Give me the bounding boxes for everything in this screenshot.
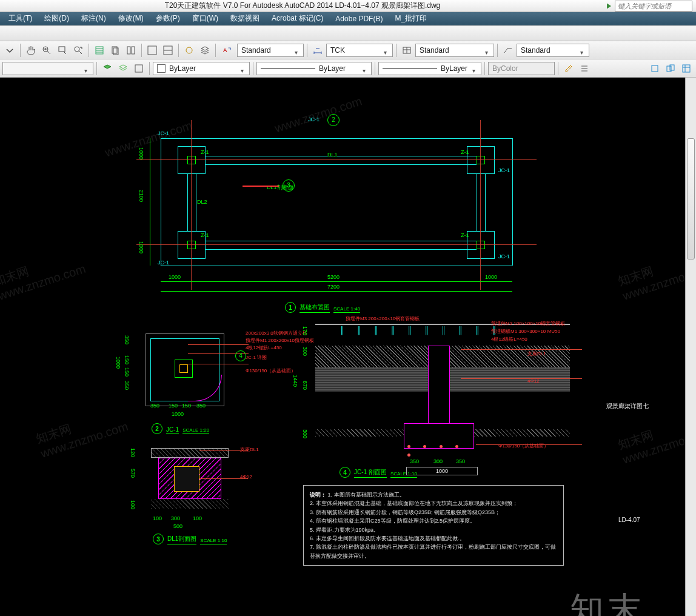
- layer-state-icon[interactable]: [116, 61, 130, 76]
- dim: 120: [130, 448, 136, 457]
- tablestyle-icon[interactable]: [400, 43, 414, 58]
- menu-window[interactable]: 窗口(W): [187, 12, 223, 25]
- chevron-down-icon: [241, 66, 246, 71]
- menu-param[interactable]: 参数(P): [151, 12, 185, 25]
- note: 支座DL1: [527, 350, 546, 357]
- layers-icon[interactable]: [198, 43, 212, 58]
- view-scale: SCALE 1:10: [390, 471, 417, 478]
- label-jc1: JC-1: [158, 130, 169, 136]
- search-input[interactable]: [615, 1, 692, 12]
- view-name: JC-1: [166, 426, 179, 434]
- zoom-realtime-icon[interactable]: [39, 43, 54, 58]
- svg-text:A: A: [223, 47, 227, 53]
- layer-iso-icon[interactable]: [132, 61, 146, 76]
- menu-modify[interactable]: 修改(M): [113, 12, 149, 25]
- search-box-wrap: [605, 1, 696, 12]
- dim: 300: [171, 515, 180, 521]
- dim: 350: [124, 335, 130, 344]
- menu-dimension[interactable]: 标注(N): [76, 12, 111, 25]
- render-icon[interactable]: [182, 43, 196, 58]
- dim: 350: [196, 403, 206, 409]
- column-Z1: [477, 241, 485, 249]
- menu-batchplot[interactable]: M_批打印: [390, 12, 432, 25]
- axis: [480, 120, 481, 290]
- menu-bar: 工具(T) 绘图(D) 标注(N) 修改(M) 参数(P) 窗口(W) 数据视图…: [0, 12, 696, 25]
- drawing-canvas[interactable]: 知末网www.znzmo.com 知末网www.znzmo.com www.zn…: [0, 78, 685, 616]
- zoom-window-icon[interactable]: [55, 43, 70, 58]
- linetype-preview: [261, 68, 315, 69]
- workspace-dropdown[interactable]: [2, 62, 93, 75]
- textstyle-icon[interactable]: A: [219, 43, 236, 58]
- menu-adobepdf[interactable]: Adobe PDF(B): [330, 13, 387, 24]
- column-Z1: [187, 241, 196, 249]
- note-line: 3. 所有钢筋应采用通长钢筋分段，钢筋等级Q235B; 钢筋屈服强度等级Q235…: [310, 509, 500, 515]
- toggle-A-icon[interactable]: [145, 43, 159, 58]
- mleaderstyle-icon[interactable]: [501, 43, 515, 58]
- toolbar-styles: A Standard TCK Standard Standard: [0, 41, 696, 59]
- dimstyle-icon[interactable]: [310, 43, 325, 58]
- color-swatch: [157, 64, 166, 73]
- edit-icon[interactable]: [561, 61, 576, 76]
- lineweight-dropdown[interactable]: ByLayer: [378, 62, 481, 75]
- toggle-B-icon[interactable]: [161, 43, 175, 58]
- dim: 350: [410, 458, 419, 464]
- note: JC-1 详图: [246, 354, 267, 361]
- side-caption: 观景廊架详图七: [606, 402, 649, 410]
- pan-icon[interactable]: [24, 43, 38, 58]
- dim: 7200: [327, 284, 340, 290]
- drawing-canvas-wrap: 知末网www.znzmo.com 知末网www.znzmo.com www.zn…: [0, 78, 696, 616]
- plan-outline: [161, 266, 512, 266]
- section-mark: 3: [243, 182, 289, 190]
- plotstyle-value: ByColor: [492, 64, 518, 73]
- sheet-number: LD-4.07: [618, 517, 640, 523]
- svg-point-2: [75, 47, 79, 52]
- dim: 1440: [292, 375, 298, 387]
- menu-acrobat[interactable]: Acrobat 标记(C): [267, 12, 328, 25]
- chevron-down-icon: [295, 48, 299, 53]
- menu-draw[interactable]: 绘图(D): [39, 12, 74, 25]
- dim: 5200: [327, 274, 340, 280]
- scroll-thumb[interactable]: [687, 138, 695, 259]
- dim: 1000: [169, 274, 181, 280]
- dim: 300: [302, 347, 308, 356]
- insert-icon[interactable]: [663, 61, 678, 76]
- note: 预埋件M2 100×100×10钢套管钢板: [491, 320, 565, 327]
- textstyle-dropdown[interactable]: Standard: [237, 44, 304, 57]
- block-icon[interactable]: [647, 61, 662, 76]
- note-line: 1. 本图所有基础图示方法施工。: [328, 492, 405, 498]
- view2-frame: [127, 326, 243, 429]
- menu-tools[interactable]: 工具(T): [4, 12, 37, 25]
- dim: 350: [124, 381, 130, 390]
- zoom-prev-icon[interactable]: [71, 43, 85, 58]
- properties-icon[interactable]: [92, 43, 107, 58]
- vertical-scrollbar[interactable]: [685, 78, 696, 616]
- dim-line: [161, 281, 512, 282]
- linetype-dropdown[interactable]: ByLayer: [256, 62, 372, 75]
- chevron-down-icon: [580, 48, 585, 53]
- mleaderstyle-dropdown[interactable]: Standard: [517, 44, 589, 57]
- dimstyle-dropdown[interactable]: TCK: [326, 44, 393, 57]
- arrow-down-icon[interactable]: [2, 43, 17, 58]
- note-line: 4. 所有钢柱墙混凝土采用C25等级，防腐处理并达到2.5保护层厚度。: [310, 518, 475, 524]
- note-line: 6. 未定多导生间回折段及防水要连基础连地面及基础都配此做.。: [310, 535, 465, 541]
- beam-DL1: [485, 174, 486, 231]
- tablestyle-dropdown[interactable]: Standard: [415, 44, 494, 57]
- note: Φ130/150（从基础面）: [498, 443, 549, 449]
- label-z1: Z-1: [461, 149, 469, 155]
- view3-title: 3 DL1剖面图 SCALE 1:10: [153, 534, 227, 544]
- sheetset-icon[interactable]: [108, 43, 122, 58]
- menu-dataview[interactable]: 数据视图: [226, 12, 264, 25]
- xref-icon[interactable]: [679, 61, 694, 76]
- layer-prop-icon[interactable]: [100, 61, 115, 76]
- dim: 1000: [138, 241, 144, 253]
- textstyle-value: Standard: [241, 46, 271, 55]
- view-number: 4: [340, 467, 350, 478]
- list-icon[interactable]: [577, 61, 592, 76]
- column-Z1: [187, 156, 196, 164]
- view-scale: SCALE 1:20: [182, 427, 209, 434]
- label-jc1: JC-1: [498, 253, 510, 259]
- note: 预埋钢板M1 300×300×10 MU50: [491, 328, 560, 335]
- color-dropdown[interactable]: ByLayer: [153, 62, 250, 75]
- toolpalette-icon[interactable]: [124, 43, 138, 58]
- view-name: DL1剖面图: [167, 535, 196, 544]
